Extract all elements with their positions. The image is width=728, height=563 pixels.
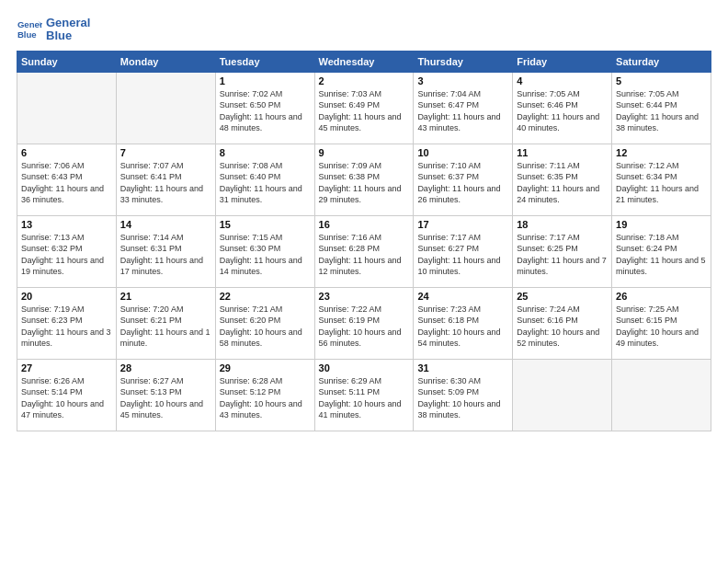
calendar-cell [17,72,117,144]
calendar-cell [612,359,711,431]
day-number: 6 [21,147,112,158]
calendar-cell: 27Sunrise: 6:26 AMSunset: 5:14 PMDayligh… [17,359,117,431]
calendar-table: SundayMondayTuesdayWednesdayThursdayFrid… [17,51,711,431]
day-info: Sunrise: 7:09 AMSunset: 6:38 PMDaylight:… [319,160,410,206]
calendar-cell: 23Sunrise: 7:22 AMSunset: 6:19 PMDayligh… [314,287,414,359]
logo-icon: General Blue [17,17,42,42]
week-row-4: 20Sunrise: 7:19 AMSunset: 6:23 PMDayligh… [17,287,711,359]
day-header-friday: Friday [513,51,612,72]
week-row-3: 13Sunrise: 7:13 AMSunset: 6:32 PMDayligh… [17,215,711,287]
calendar-cell: 9Sunrise: 7:09 AMSunset: 6:38 PMDaylight… [314,144,414,215]
calendar-cell: 6Sunrise: 7:06 AMSunset: 6:43 PMDaylight… [17,144,117,215]
day-number: 5 [616,75,707,86]
calendar-cell: 15Sunrise: 7:15 AMSunset: 6:30 PMDayligh… [215,215,314,287]
day-number: 8 [220,147,311,158]
day-info: Sunrise: 7:17 AMSunset: 6:25 PMDaylight:… [517,232,608,278]
day-header-wednesday: Wednesday [314,51,414,72]
day-number: 7 [120,147,211,158]
day-info: Sunrise: 7:13 AMSunset: 6:32 PMDaylight:… [21,232,112,278]
logo-general: General [46,17,90,29]
svg-text:General: General [17,20,42,30]
day-number: 21 [120,291,211,302]
day-info: Sunrise: 7:07 AMSunset: 6:41 PMDaylight:… [120,160,211,206]
calendar-cell: 12Sunrise: 7:12 AMSunset: 6:34 PMDayligh… [612,144,711,215]
day-number: 19 [616,219,707,230]
calendar-cell: 26Sunrise: 7:25 AMSunset: 6:15 PMDayligh… [612,287,711,359]
calendar-cell: 14Sunrise: 7:14 AMSunset: 6:31 PMDayligh… [116,215,215,287]
day-info: Sunrise: 7:05 AMSunset: 6:44 PMDaylight:… [616,88,707,134]
day-number: 10 [417,147,508,158]
calendar-cell: 4Sunrise: 7:05 AMSunset: 6:46 PMDaylight… [513,72,612,144]
day-header-tuesday: Tuesday [215,51,314,72]
calendar-cell: 1Sunrise: 7:02 AMSunset: 6:50 PMDaylight… [215,72,314,144]
day-number: 31 [417,362,508,373]
calendar-body: 1Sunrise: 7:02 AMSunset: 6:50 PMDaylight… [17,72,711,431]
day-info: Sunrise: 7:25 AMSunset: 6:15 PMDaylight:… [616,304,707,350]
day-number: 29 [220,362,311,373]
day-info: Sunrise: 7:08 AMSunset: 6:40 PMDaylight:… [220,160,311,206]
day-number: 4 [517,75,608,86]
day-number: 1 [220,75,311,86]
day-info: Sunrise: 6:26 AMSunset: 5:14 PMDaylight:… [21,375,112,421]
calendar-cell: 31Sunrise: 6:30 AMSunset: 5:09 PMDayligh… [414,359,513,431]
calendar-cell: 7Sunrise: 7:07 AMSunset: 6:41 PMDaylight… [116,144,215,215]
calendar-cell: 18Sunrise: 7:17 AMSunset: 6:25 PMDayligh… [513,215,612,287]
day-number: 16 [319,219,410,230]
day-info: Sunrise: 7:19 AMSunset: 6:23 PMDaylight:… [21,304,112,350]
calendar-cell: 11Sunrise: 7:11 AMSunset: 6:35 PMDayligh… [513,144,612,215]
calendar-cell: 17Sunrise: 7:17 AMSunset: 6:27 PMDayligh… [414,215,513,287]
svg-text:Blue: Blue [17,29,37,40]
day-number: 11 [517,147,608,158]
day-info: Sunrise: 7:04 AMSunset: 6:47 PMDaylight:… [417,88,508,134]
day-number: 12 [616,147,707,158]
calendar-cell: 8Sunrise: 7:08 AMSunset: 6:40 PMDaylight… [215,144,314,215]
calendar-cell: 30Sunrise: 6:29 AMSunset: 5:11 PMDayligh… [314,359,414,431]
calendar-cell [513,359,612,431]
day-info: Sunrise: 7:06 AMSunset: 6:43 PMDaylight:… [21,160,112,206]
day-number: 23 [319,291,410,302]
day-info: Sunrise: 7:20 AMSunset: 6:21 PMDaylight:… [120,304,211,350]
calendar-cell [116,72,215,144]
calendar-cell: 28Sunrise: 6:27 AMSunset: 5:13 PMDayligh… [116,359,215,431]
day-info: Sunrise: 7:16 AMSunset: 6:28 PMDaylight:… [319,232,410,278]
calendar-cell: 19Sunrise: 7:18 AMSunset: 6:24 PMDayligh… [612,215,711,287]
day-number: 3 [417,75,508,86]
day-info: Sunrise: 6:27 AMSunset: 5:13 PMDaylight:… [120,375,211,421]
day-info: Sunrise: 7:24 AMSunset: 6:16 PMDaylight:… [517,304,608,350]
week-row-2: 6Sunrise: 7:06 AMSunset: 6:43 PMDaylight… [17,144,711,215]
day-number: 14 [120,219,211,230]
day-info: Sunrise: 7:05 AMSunset: 6:46 PMDaylight:… [517,88,608,134]
calendar-cell: 16Sunrise: 7:16 AMSunset: 6:28 PMDayligh… [314,215,414,287]
day-header-monday: Monday [116,51,215,72]
week-row-1: 1Sunrise: 7:02 AMSunset: 6:50 PMDaylight… [17,72,711,144]
day-number: 9 [319,147,410,158]
day-number: 30 [319,362,410,373]
day-number: 13 [21,219,112,230]
day-info: Sunrise: 7:23 AMSunset: 6:18 PMDaylight:… [417,304,508,350]
day-info: Sunrise: 7:14 AMSunset: 6:31 PMDaylight:… [120,232,211,278]
day-info: Sunrise: 6:29 AMSunset: 5:11 PMDaylight:… [319,375,410,421]
day-number: 20 [21,291,112,302]
calendar-cell: 21Sunrise: 7:20 AMSunset: 6:21 PMDayligh… [116,287,215,359]
day-number: 17 [417,219,508,230]
day-info: Sunrise: 7:21 AMSunset: 6:20 PMDaylight:… [220,304,311,350]
day-info: Sunrise: 7:15 AMSunset: 6:30 PMDaylight:… [220,232,311,278]
calendar-cell: 13Sunrise: 7:13 AMSunset: 6:32 PMDayligh… [17,215,117,287]
day-info: Sunrise: 7:18 AMSunset: 6:24 PMDaylight:… [616,232,707,278]
day-header-thursday: Thursday [414,51,513,72]
calendar-cell: 5Sunrise: 7:05 AMSunset: 6:44 PMDaylight… [612,72,711,144]
logo: General Blue General Blue [17,17,90,43]
day-info: Sunrise: 7:03 AMSunset: 6:49 PMDaylight:… [319,88,410,134]
week-row-5: 27Sunrise: 6:26 AMSunset: 5:14 PMDayligh… [17,359,711,431]
day-info: Sunrise: 7:17 AMSunset: 6:27 PMDaylight:… [417,232,508,278]
header: General Blue General Blue [17,17,711,43]
calendar-cell: 20Sunrise: 7:19 AMSunset: 6:23 PMDayligh… [17,287,117,359]
day-number: 22 [220,291,311,302]
day-number: 25 [517,291,608,302]
day-header-sunday: Sunday [17,51,117,72]
day-info: Sunrise: 6:28 AMSunset: 5:12 PMDaylight:… [220,375,311,421]
day-number: 18 [517,219,608,230]
day-number: 26 [616,291,707,302]
calendar-cell: 2Sunrise: 7:03 AMSunset: 6:49 PMDaylight… [314,72,414,144]
calendar-cell: 25Sunrise: 7:24 AMSunset: 6:16 PMDayligh… [513,287,612,359]
